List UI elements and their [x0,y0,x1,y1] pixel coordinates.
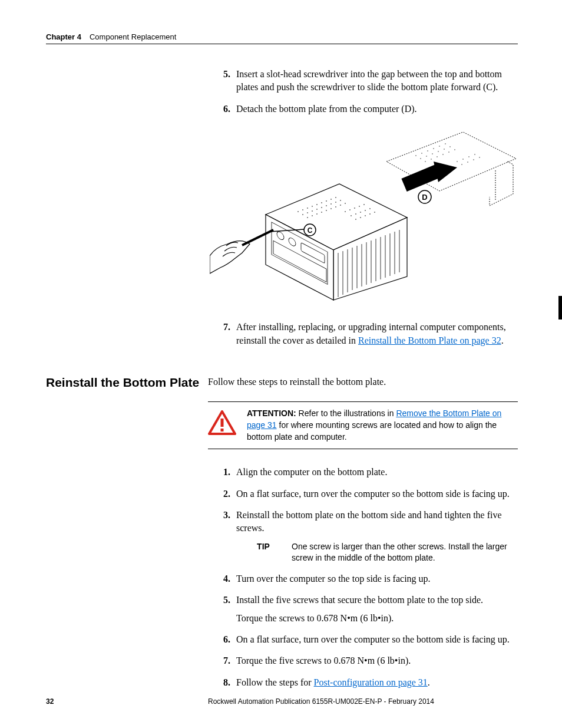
svg-point-41 [326,205,327,206]
svg-point-30 [312,206,313,207]
svg-point-59 [351,215,352,216]
step-number: 3. [208,509,236,564]
svg-rect-91 [221,419,224,427]
list-item: 5. Install the five screws that secure t… [208,594,518,625]
svg-point-31 [316,204,318,205]
svg-point-35 [335,197,336,198]
svg-point-5 [445,143,446,144]
step-number: 4. [208,572,236,585]
svg-point-6 [420,158,421,159]
svg-point-21 [474,154,475,155]
svg-point-53 [345,203,346,204]
page-container: Chapter 4 Component Replacement 5. Inser… [0,0,562,728]
svg-point-43 [335,202,336,203]
list-item: 2. On a flat surface, turn over the comp… [208,487,518,500]
svg-point-57 [359,206,360,207]
section-content: Follow these steps to reinstall the bott… [208,375,518,697]
top-step-list: 5. Insert a slot-head screwdriver into t… [208,68,518,347]
warning-icon [208,408,236,443]
step-body: Detach the bottom plate from the compute… [236,103,518,116]
svg-point-25 [479,157,480,158]
svg-point-63 [369,208,371,209]
list-item: 8. Follow the steps for Post-configurati… [208,676,518,689]
svg-point-29 [307,207,308,209]
step-text-post: . [501,335,504,345]
computer-diagram-icon: D [210,126,516,303]
attention-pre: Refer to the illustrations in [296,409,396,418]
step-body: Turn over the computer so the top side i… [236,572,518,585]
attention-post: for where mounting screws are located an… [247,420,497,442]
list-item: 6. On a flat surface, turn over the comp… [208,633,518,646]
svg-point-40 [321,207,322,208]
svg-point-9 [438,151,439,152]
svg-point-36 [302,214,303,215]
svg-point-3 [433,148,434,149]
svg-point-2 [427,150,428,151]
svg-point-14 [437,156,438,157]
svg-point-48 [321,212,322,213]
link-reinstall-bottom-plate[interactable]: Reinstall the Bottom Plate on page 32 [358,335,501,345]
attention-label: ATTENTION: [247,409,296,418]
svg-point-38 [312,210,313,212]
svg-point-16 [448,151,449,153]
svg-point-65 [360,217,361,218]
step-number: 6. [208,633,236,646]
step-number: 1. [208,466,236,479]
svg-point-54 [345,211,346,212]
svg-point-55 [349,209,351,210]
attention-box: ATTENTION: Refer to the illustrations in… [208,401,518,449]
svg-point-60 [355,213,356,215]
svg-point-33 [326,200,327,202]
list-item: 6. Detach the bottom plate from the comp… [208,103,518,116]
svg-point-27 [297,211,299,212]
svg-point-56 [354,207,355,209]
svg-point-51 [335,206,336,207]
tip-body: One screw is larger than the other screw… [280,541,518,564]
step-text: Install the five screws that secure the … [236,595,483,605]
step-body: On a flat surface, turn over the compute… [236,487,518,500]
step-number: 5. [208,594,236,625]
svg-point-46 [312,215,313,216]
figure-illustration: D [208,126,518,303]
svg-point-42 [330,203,332,205]
svg-point-19 [462,159,464,160]
list-item: 7. Torque the five screws to 0.678 N•m (… [208,654,518,667]
label-c: C [308,226,313,235]
svg-point-37 [307,212,308,213]
tip-label: TIP [247,541,280,564]
svg-point-58 [363,204,365,205]
section-label: Component Replacement [90,32,176,41]
svg-point-62 [365,210,366,211]
link-post-configuration[interactable]: Post-configuration on page 31 [314,677,428,687]
chapter-label: Chapter 4 [46,32,81,41]
svg-point-22 [461,164,462,165]
step-text-pre: Follow the steps for [236,677,314,687]
step-number: 5. [208,68,236,94]
step-body: Torque the five screws to 0.678 N•m (6 l… [236,654,518,667]
list-item: 3. Reinstall the bottom plate on the bot… [208,509,518,564]
side-marker [558,296,562,319]
svg-point-32 [321,202,322,203]
list-item: 1. Align the computer on the bottom plat… [208,466,518,479]
svg-point-34 [330,199,332,200]
svg-point-68 [374,212,375,213]
svg-point-39 [316,209,318,210]
svg-point-7 [426,156,427,157]
svg-point-13 [431,159,432,160]
tip-row: TIP One screw is larger than the other s… [247,541,518,564]
svg-point-28 [302,209,303,210]
svg-point-10 [444,149,445,150]
step-body: Reinstall the bottom plate on the bottom… [236,509,518,564]
svg-point-24 [473,159,474,160]
intro-text: Follow these steps to reinstall the bott… [208,375,518,388]
svg-point-12 [425,161,426,162]
svg-point-15 [442,154,444,155]
attention-text: ATTENTION: Refer to the illustrations in… [247,408,518,443]
step-body: Follow the steps for Post-configuration … [236,676,518,689]
step-number: 6. [208,103,236,116]
svg-point-45 [307,217,308,218]
svg-point-0 [415,155,416,156]
page-footer: 32 Rockwell Automation Publication 6155R… [46,697,518,706]
step-body: Install the five screws that secure the … [236,594,518,625]
svg-point-61 [360,212,361,213]
